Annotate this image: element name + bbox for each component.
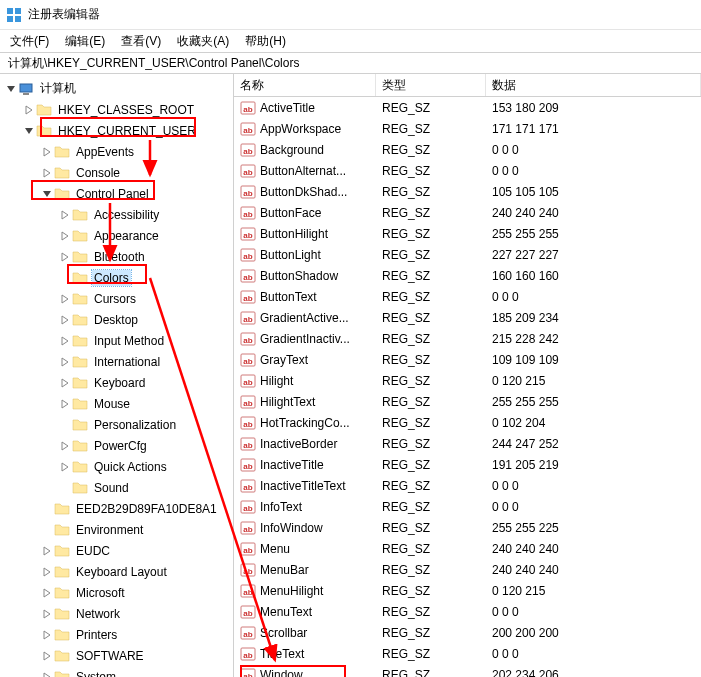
tree-appevents[interactable]: AppEvents: [0, 141, 233, 162]
value-row[interactable]: abGradientActive...REG_SZ185 209 234: [234, 307, 701, 328]
chevron-down-icon[interactable]: [40, 187, 54, 201]
tree-keyboard[interactable]: Keyboard: [0, 372, 233, 393]
chevron-right-icon[interactable]: [58, 208, 72, 222]
chevron-right-icon[interactable]: [40, 565, 54, 579]
value-row[interactable]: abButtonHilightREG_SZ255 255 255: [234, 223, 701, 244]
value-row[interactable]: abMenuHilightREG_SZ0 120 215: [234, 580, 701, 601]
tree-eed[interactable]: EED2B29D89FA10DE8A1: [0, 498, 233, 519]
value-row[interactable]: abActiveTitleREG_SZ153 180 209: [234, 97, 701, 118]
tree-node-label: Desktop: [92, 312, 140, 328]
value-row[interactable]: abAppWorkspaceREG_SZ171 171 171: [234, 118, 701, 139]
tree-root-computer[interactable]: 计算机: [0, 78, 233, 99]
list-body[interactable]: abActiveTitleREG_SZ153 180 209abAppWorks…: [234, 97, 701, 677]
chevron-right-icon[interactable]: [40, 145, 54, 159]
value-data: 0 0 0: [486, 479, 701, 493]
value-row[interactable]: abMenuREG_SZ240 240 240: [234, 538, 701, 559]
tree-hkcu[interactable]: HKEY_CURRENT_USER: [0, 120, 233, 141]
chevron-right-icon[interactable]: [40, 628, 54, 642]
chevron-right-icon[interactable]: [40, 607, 54, 621]
tree-pane[interactable]: 计算机HKEY_CLASSES_ROOTHKEY_CURRENT_USERApp…: [0, 74, 234, 677]
tree-personalization[interactable]: Personalization: [0, 414, 233, 435]
column-data[interactable]: 数据: [486, 74, 701, 96]
value-name: Hilight: [260, 374, 293, 388]
value-data: 0 102 204: [486, 416, 701, 430]
tree-international[interactable]: International: [0, 351, 233, 372]
chevron-right-icon[interactable]: [40, 586, 54, 600]
value-row[interactable]: abGradientInactiv...REG_SZ215 228 242: [234, 328, 701, 349]
tree-inputmethod[interactable]: Input Method: [0, 330, 233, 351]
value-row[interactable]: abButtonAlternat...REG_SZ0 0 0: [234, 160, 701, 181]
chevron-down-icon[interactable]: [22, 124, 36, 138]
value-row[interactable]: abMenuTextREG_SZ0 0 0: [234, 601, 701, 622]
chevron-right-icon[interactable]: [58, 313, 72, 327]
value-row[interactable]: abInactiveTitleREG_SZ191 205 219: [234, 454, 701, 475]
value-row[interactable]: abHilightREG_SZ0 120 215: [234, 370, 701, 391]
value-row[interactable]: abHilightTextREG_SZ255 255 255: [234, 391, 701, 412]
chevron-right-icon[interactable]: [40, 166, 54, 180]
svg-marker-54: [44, 652, 50, 660]
value-row[interactable]: abInactiveTitleTextREG_SZ0 0 0: [234, 475, 701, 496]
chevron-right-icon[interactable]: [22, 103, 36, 117]
chevron-right-icon[interactable]: [58, 229, 72, 243]
value-row[interactable]: abWindowREG_SZ202 234 206: [234, 664, 701, 677]
value-row[interactable]: abGrayTextREG_SZ109 109 109: [234, 349, 701, 370]
menu-help[interactable]: 帮助(H): [239, 31, 292, 52]
chevron-right-icon[interactable]: [40, 649, 54, 663]
svg-text:ab: ab: [243, 126, 252, 135]
chevron-right-icon[interactable]: [40, 670, 54, 678]
chevron-right-icon[interactable]: [58, 460, 72, 474]
value-row[interactable]: abTitleTextREG_SZ0 0 0: [234, 643, 701, 664]
value-row[interactable]: abScrollbarREG_SZ200 200 200: [234, 622, 701, 643]
value-row[interactable]: abInfoWindowREG_SZ255 255 225: [234, 517, 701, 538]
chevron-right-icon[interactable]: [58, 250, 72, 264]
value-row[interactable]: abButtonTextREG_SZ0 0 0: [234, 286, 701, 307]
value-row[interactable]: abInactiveBorderREG_SZ244 247 252: [234, 433, 701, 454]
value-row[interactable]: abHotTrackingCo...REG_SZ0 102 204: [234, 412, 701, 433]
value-row[interactable]: abButtonLightREG_SZ227 227 227: [234, 244, 701, 265]
chevron-right-icon[interactable]: [58, 292, 72, 306]
chevron-down-icon[interactable]: [4, 82, 18, 96]
tree-hkcr[interactable]: HKEY_CLASSES_ROOT: [0, 99, 233, 120]
tree-desktop[interactable]: Desktop: [0, 309, 233, 330]
tree-system[interactable]: System: [0, 666, 233, 677]
tree-eudc[interactable]: EUDC: [0, 540, 233, 561]
column-type[interactable]: 类型: [376, 74, 486, 96]
tree-mouse[interactable]: Mouse: [0, 393, 233, 414]
value-row[interactable]: abButtonShadowREG_SZ160 160 160: [234, 265, 701, 286]
value-type: REG_SZ: [376, 185, 486, 199]
tree-printers[interactable]: Printers: [0, 624, 233, 645]
chevron-right-icon[interactable]: [58, 376, 72, 390]
menu-file[interactable]: 文件(F): [4, 31, 55, 52]
tree-colors[interactable]: Colors: [0, 267, 233, 288]
tree-quickactions[interactable]: Quick Actions: [0, 456, 233, 477]
value-row[interactable]: abBackgroundREG_SZ0 0 0: [234, 139, 701, 160]
value-row[interactable]: abButtonDkShad...REG_SZ105 105 105: [234, 181, 701, 202]
chevron-right-icon[interactable]: [58, 397, 72, 411]
chevron-right-icon[interactable]: [58, 439, 72, 453]
column-name[interactable]: 名称: [234, 74, 376, 96]
value-row[interactable]: abMenuBarREG_SZ240 240 240: [234, 559, 701, 580]
tree-keyboardlayout[interactable]: Keyboard Layout: [0, 561, 233, 582]
chevron-right-icon[interactable]: [40, 544, 54, 558]
tree-accessibility[interactable]: Accessibility: [0, 204, 233, 225]
value-row[interactable]: abButtonFaceREG_SZ240 240 240: [234, 202, 701, 223]
tree-sound[interactable]: Sound: [0, 477, 233, 498]
value-row[interactable]: abInfoTextREG_SZ0 0 0: [234, 496, 701, 517]
menu-edit[interactable]: 编辑(E): [59, 31, 111, 52]
tree-network[interactable]: Network: [0, 603, 233, 624]
chevron-right-icon[interactable]: [58, 334, 72, 348]
menu-favorites[interactable]: 收藏夹(A): [171, 31, 235, 52]
tree-software[interactable]: SOFTWARE: [0, 645, 233, 666]
tree-microsoft[interactable]: Microsoft: [0, 582, 233, 603]
tree-controlpanel[interactable]: Control Panel: [0, 183, 233, 204]
tree-console[interactable]: Console: [0, 162, 233, 183]
address-bar[interactable]: 计算机\HKEY_CURRENT_USER\Control Panel\Colo…: [0, 52, 701, 74]
tree-cursors[interactable]: Cursors: [0, 288, 233, 309]
tree-appearance[interactable]: Appearance: [0, 225, 233, 246]
tree-environment[interactable]: Environment: [0, 519, 233, 540]
chevron-right-icon[interactable]: [58, 355, 72, 369]
tree-powercfg[interactable]: PowerCfg: [0, 435, 233, 456]
tree-bluetooth[interactable]: Bluetooth: [0, 246, 233, 267]
folder-icon: [72, 207, 88, 223]
menu-view[interactable]: 查看(V): [115, 31, 167, 52]
